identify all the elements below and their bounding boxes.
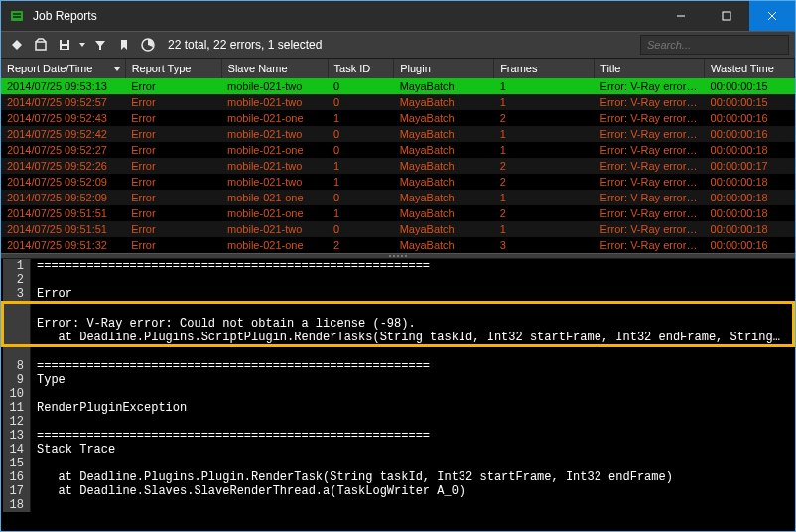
cell-task: 1: [328, 174, 394, 190]
cell-type: Error: [125, 174, 221, 190]
cell-type: Error: [125, 110, 221, 126]
log-line: 12: [3, 415, 794, 429]
cell-frames: 2: [494, 158, 595, 174]
refresh-button[interactable]: [7, 35, 27, 55]
cell-task: 0: [328, 126, 394, 142]
column-header[interactable]: Slave Name: [221, 59, 328, 78]
log-line: 14Stack Trace: [3, 443, 794, 457]
cell-slave: mobile-021-one: [221, 142, 328, 158]
table-row[interactable]: 2014/07/25 09:52:42Errormobile-021-two0M…: [1, 126, 795, 142]
cell-slave: mobile-021-two: [221, 221, 328, 237]
cell-slave: mobile-021-two: [221, 78, 328, 94]
cell-type: Error: [125, 237, 221, 253]
cell-title: Error: V-Ray error: ...: [595, 237, 705, 253]
column-header[interactable]: Report Type: [125, 59, 221, 78]
table-row[interactable]: 2014/07/25 09:52:27Errormobile-021-one0M…: [1, 142, 795, 158]
svg-marker-7: [12, 40, 22, 50]
table-row[interactable]: 2014/07/25 09:52:43Errormobile-021-one1M…: [1, 110, 795, 126]
table-row[interactable]: 2014/07/25 09:53:13Errormobile-021-two0M…: [1, 78, 795, 94]
cell-wt: 00:00:00:16: [705, 110, 795, 126]
cell-slave: mobile-021-two: [221, 174, 328, 190]
cell-type: Error: [125, 205, 221, 221]
cell-wt: 00:00:00:18: [705, 142, 795, 158]
close-button[interactable]: [749, 1, 795, 31]
cell-slave: mobile-021-one: [221, 205, 328, 221]
cell-dt: 2014/07/25 09:52:43: [1, 110, 125, 126]
table-row[interactable]: 2014/07/25 09:52:09Errormobile-021-two1M…: [1, 174, 795, 190]
column-header[interactable]: Report Date/Time: [1, 59, 125, 78]
log-line: 11RenderPluginException: [3, 401, 794, 415]
table-row[interactable]: 2014/07/25 09:52:09Errormobile-021-one0M…: [1, 190, 795, 205]
svg-rect-2: [13, 16, 21, 18]
save-dropdown[interactable]: [78, 35, 86, 55]
app-icon: [9, 8, 25, 24]
stats-button[interactable]: [138, 35, 158, 55]
sort-desc-icon: [113, 64, 121, 75]
cell-wt: 00:00:00:16: [705, 126, 795, 142]
table-row[interactable]: 2014/07/25 09:51:51Errormobile-021-two0M…: [1, 221, 795, 237]
column-header[interactable]: Plugin: [394, 59, 494, 78]
cell-slave: mobile-021-one: [221, 190, 328, 205]
bookmark-button[interactable]: [114, 35, 134, 55]
log-line: 17 at Deadline.Slaves.SlaveRenderThread.…: [3, 484, 794, 498]
filter-button[interactable]: [90, 35, 110, 55]
log-line: Error: V-Ray error: Could not obtain a l…: [3, 317, 794, 331]
search-input[interactable]: [640, 35, 789, 55]
cell-title: Error: V-Ray error: ...: [595, 110, 705, 126]
maximize-button[interactable]: [704, 1, 749, 31]
column-header[interactable]: Title: [595, 59, 705, 78]
log-line: [3, 303, 794, 317]
svg-marker-13: [95, 41, 105, 50]
cell-slave: mobile-021-one: [221, 110, 328, 126]
cell-plugin: MayaBatch: [394, 110, 494, 126]
cell-slave: mobile-021-two: [221, 158, 328, 174]
column-header[interactable]: Task ID: [328, 59, 394, 78]
log-panel[interactable]: 1=======================================…: [1, 259, 795, 531]
table-row[interactable]: 2014/07/25 09:51:32Errormobile-021-one2M…: [1, 237, 795, 253]
svg-rect-10: [62, 40, 67, 44]
cell-title: Error: V-Ray error: ...: [595, 174, 705, 190]
cell-task: 1: [328, 110, 394, 126]
log-line: 3Error: [3, 287, 794, 303]
cell-plugin: MayaBatch: [394, 126, 494, 142]
open-button[interactable]: [31, 35, 51, 55]
svg-rect-11: [62, 46, 67, 49]
cell-plugin: MayaBatch: [394, 174, 494, 190]
cell-task: 2: [328, 237, 394, 253]
column-header[interactable]: Wasted Time: [705, 59, 795, 78]
svg-rect-8: [36, 42, 46, 50]
cell-task: 1: [328, 158, 394, 174]
log-text: 1=======================================…: [1, 259, 795, 512]
svg-marker-12: [79, 43, 85, 47]
column-header[interactable]: Frames: [494, 59, 595, 78]
cell-wt: 00:00:00:18: [705, 174, 795, 190]
cell-frames: 2: [494, 110, 595, 126]
cell-title: Error: V-Ray error: ...: [595, 221, 705, 237]
cell-frames: 1: [494, 221, 595, 237]
job-reports-window: Job Reports 22 t: [0, 0, 796, 532]
status-text: 22 total, 22 errors, 1 selected: [168, 38, 636, 52]
table-row[interactable]: 2014/07/25 09:52:57Errormobile-021-two0M…: [1, 94, 795, 110]
table-row[interactable]: 2014/07/25 09:51:51Errormobile-021-one1M…: [1, 205, 795, 221]
cell-title: Error: V-Ray error: ...: [595, 78, 705, 94]
cell-wt: 00:00:00:15: [705, 78, 795, 94]
log-line: 8=======================================…: [3, 359, 794, 373]
cell-title: Error: V-Ray error: ...: [595, 205, 705, 221]
cell-slave: mobile-021-two: [221, 126, 328, 142]
reports-table[interactable]: Report Date/TimeReport TypeSlave NameTas…: [1, 59, 795, 253]
log-line: [3, 345, 794, 359]
log-line: 2: [3, 273, 794, 287]
svg-rect-1: [13, 13, 21, 15]
cell-title: Error: V-Ray error: ...: [595, 126, 705, 142]
cell-type: Error: [125, 94, 221, 110]
reports-table-wrap: Report Date/TimeReport TypeSlave NameTas…: [1, 59, 795, 253]
save-button[interactable]: [55, 35, 74, 55]
minimize-button[interactable]: [658, 1, 704, 31]
cell-task: 0: [328, 190, 394, 205]
cell-dt: 2014/07/25 09:53:13: [1, 78, 125, 94]
cell-type: Error: [125, 126, 221, 142]
table-row[interactable]: 2014/07/25 09:52:26Errormobile-021-two1M…: [1, 158, 795, 174]
cell-task: 0: [328, 94, 394, 110]
cell-slave: mobile-021-two: [221, 94, 328, 110]
cell-wt: 00:00:00:18: [705, 190, 795, 205]
